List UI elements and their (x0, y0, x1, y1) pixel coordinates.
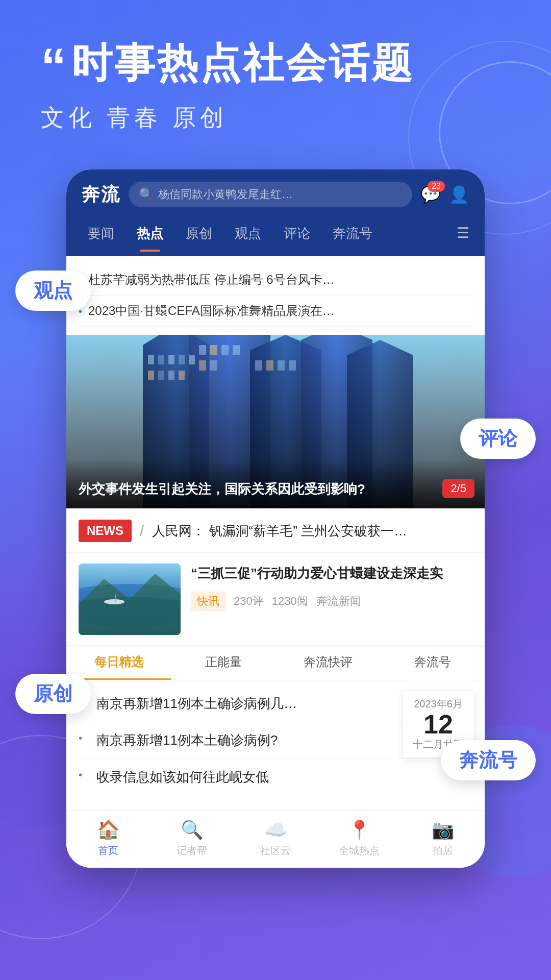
article-meta: 快讯 230评 1230阅 奔流新闻 (191, 592, 472, 611)
article-card[interactable]: “三抓三促”行动助力爱心甘蠉建设走深走实 快讯 230评 1230阅 奔流新闻 (66, 553, 485, 646)
read-count: 1230阅 (272, 594, 308, 609)
quote-mark: “ (41, 41, 66, 92)
article-source: 奔流新闻 (316, 594, 361, 609)
phone-mockup: 奔流 🔍 杨信同款小黄鸭发尾走红… 💬 23 👤 要闻 热点 原创 观点 评论 … (66, 169, 485, 868)
nav-hotspot[interactable]: 📍 全城热点 (317, 819, 401, 857)
bullet-icon: • (79, 769, 82, 781)
app-header: 奔流 🔍 杨信同款小黄鸭发尾走红… 💬 23 👤 (66, 169, 485, 219)
tab-positive-energy[interactable]: 正能量 (171, 646, 276, 680)
home-icon: 🏠 (97, 819, 120, 841)
nav-community-label: 社区云 (260, 844, 291, 857)
tab-benliu-hao[interactable]: 奔流号 (380, 646, 485, 680)
header-section: “ 时事热点社会话题 文化 青春 原创 (0, 0, 551, 154)
float-label-yuanchuang: 原创 (15, 674, 91, 714)
notification-badge: 23 (428, 181, 445, 192)
svg-point-30 (104, 599, 124, 604)
tab-benliu[interactable]: 奔流号 (321, 219, 384, 248)
tab-quick-review[interactable]: 奔流快评 (276, 646, 380, 680)
tab-yuanchuang[interactable]: 原创 (174, 219, 223, 248)
bottom-news-section: • 南京再新增11例本土确诊病例几… • 南京再新增11例本土确诊病例? • 收… (66, 680, 485, 811)
headline-title: 时事热点社会话题 (71, 41, 414, 86)
article-title: “三抓三促”行动助力爱心甘蠉建设走深走实 (191, 564, 472, 583)
photo-icon: 📷 (432, 819, 455, 841)
app-logo: 奔流 (82, 182, 120, 207)
tab-redian[interactable]: 热点 (126, 219, 174, 248)
tab-daily-selection[interactable]: 每日精选 (66, 646, 171, 680)
community-icon: ☁️ (264, 819, 287, 841)
svg-rect-31 (115, 594, 116, 602)
reporter-icon: 🔍 (181, 819, 204, 841)
float-label-benliu: 奔流号 (441, 740, 536, 780)
news-list: • 杜苏芊减弱为热带低压 停止编号 6号台风卡… • 2023中国·甘蠉CEFA… (66, 256, 485, 335)
app-search-bar[interactable]: 🔍 杨信同款小黄鸭发尾走红… (129, 182, 412, 207)
float-label-guandian: 观点 (15, 271, 91, 311)
news-item-text: 杜苏芊减弱为热带低压 停止编号 6号台风卡… (88, 271, 335, 289)
article-tag: 快讯 (191, 592, 226, 611)
notification-button[interactable]: 💬 23 (420, 185, 441, 204)
nav-home-label: 首页 (98, 844, 118, 857)
nav-reporter[interactable]: 🔍 记者帮 (150, 819, 234, 857)
article-info: “三抓三促”行动助力爱心甘蠉建设走深走实 快讯 230评 1230阅 奔流新闻 (191, 564, 472, 635)
bottom-navbar: 🏠 首页 🔍 记者帮 ☁️ 社区云 📍 全城热点 📷 拍居 (66, 811, 485, 868)
search-text: 杨信同款小黄鸭发尾走红… (158, 187, 293, 202)
list-item[interactable]: • 2023中国·甘蠉CEFA国际标准舞精品展演在… (79, 296, 472, 327)
featured-caption: 外交事件发生引起关注，国际关系因此受到影响? (66, 459, 485, 508)
date-day: 12 (413, 711, 464, 738)
daily-tabs: 每日精选 正能量 奔流快评 奔流号 (66, 646, 485, 680)
nav-community[interactable]: ☁️ 社区云 (234, 819, 317, 857)
comment-count: 230评 (234, 594, 264, 609)
news-item-text: 2023中国·甘蠉CEFA国际标准舞精品展演在… (88, 302, 335, 320)
news-ticker[interactable]: NEWS / 人民网： 钒漏洞“薪羊毛” 兰州公安破获一… (66, 508, 485, 553)
news-badge: NEWS (79, 520, 132, 542)
featured-image[interactable]: 外交事件发生引起关注，国际关系因此受到影响? 2/5 (66, 335, 485, 508)
nav-home[interactable]: 🏠 首页 (66, 819, 150, 857)
tab-yaowwen[interactable]: 要闻 (77, 219, 126, 248)
list-item[interactable]: • 杜苏芊减弱为热带低压 停止编号 6号台风卡… (79, 264, 472, 296)
nav-photo[interactable]: 📷 拍居 (401, 819, 485, 857)
headline-subtitle: 文化 青春 原创 (41, 102, 520, 134)
featured-counter: 2/5 (442, 479, 474, 498)
menu-icon[interactable]: ☰ (452, 219, 474, 248)
nav-tabs: 要闻 热点 原创 观点 评论 奔流号 ☰ (66, 219, 485, 256)
ticker-text: 人民网： 钒漏洞“薪羊毛” 兰州公安破获一… (152, 522, 472, 540)
news-divider: / (140, 522, 144, 540)
nav-hotspot-label: 全城热点 (339, 844, 380, 857)
date-year: 2023年6月 (413, 697, 464, 711)
tab-guandian[interactable]: 观点 (223, 219, 272, 248)
article-thumbnail (79, 564, 181, 635)
hotspot-icon: 📍 (348, 819, 371, 841)
search-icon: 🔍 (139, 187, 154, 202)
bullet-icon: • (79, 732, 82, 744)
user-icon[interactable]: 👤 (449, 185, 469, 204)
nav-reporter-label: 记者帮 (177, 844, 207, 857)
bottom-news-text: 收录信息如该如何往此岘女低 (96, 767, 472, 787)
nav-photo-label: 拍居 (433, 844, 453, 857)
thumbnail-image (79, 564, 181, 635)
list-item[interactable]: • 收录信息如该如何往此岘女低 (79, 759, 472, 795)
float-label-pinglun: 评论 (460, 419, 536, 459)
tab-pinglun[interactable]: 评论 (272, 219, 321, 248)
